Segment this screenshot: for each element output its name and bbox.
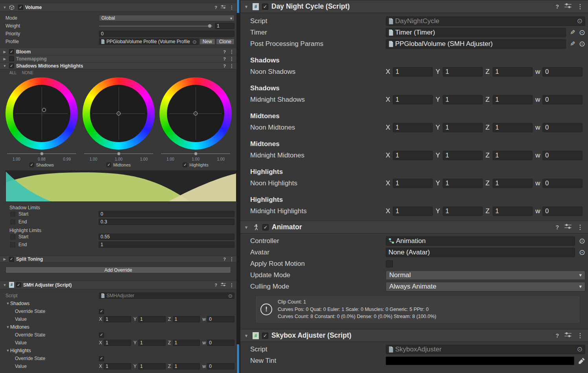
smh-adjuster-enabled-checkbox[interactable]: ✓: [16, 282, 21, 287]
help-icon[interactable]: ?: [223, 64, 226, 68]
vector-z-field[interactable]: 1: [493, 151, 533, 160]
add-override-button[interactable]: Add Override: [5, 267, 231, 273]
shadow-end-override-checkbox[interactable]: [10, 219, 15, 225]
wheel-value-slider[interactable]: [84, 151, 153, 156]
vector-w-field[interactable]: 0: [542, 123, 583, 132]
object-picker-icon[interactable]: ⊙: [577, 18, 583, 24]
override-tonemapping[interactable]: ▶ Tonemapping ? ⋮: [0, 55, 236, 62]
vector-x-field[interactable]: 1: [104, 340, 131, 346]
ppp-object-field[interactable]: PPGlobalVolume (SMH Adjuster): [386, 39, 566, 49]
foldout-closed-icon[interactable]: ▶: [2, 257, 7, 261]
script-object-field[interactable]: SMHAdjuster ⊙: [99, 293, 234, 299]
wheel-value-slider[interactable]: [161, 151, 230, 156]
wheel-inner[interactable]: [13, 85, 70, 142]
vector-y-field[interactable]: 1: [443, 95, 483, 104]
smh-adjuster-header[interactable]: ▼ # ✓ SMH Adjuster (Script) ? ⋮: [0, 280, 236, 289]
vector-y-field[interactable]: 1: [443, 179, 483, 188]
help-icon[interactable]: ?: [555, 333, 559, 339]
highlight-start-field[interactable]: 0.55: [99, 234, 234, 240]
override-state-checkbox[interactable]: ✓: [99, 333, 104, 338]
midtones-hue-wheel[interactable]: [82, 77, 155, 150]
vector-z-field[interactable]: 1: [493, 179, 533, 188]
vector-z-field[interactable]: 1: [173, 340, 200, 346]
avatar-object-field[interactable]: None (Avatar): [386, 248, 575, 257]
animator-enabled-checkbox[interactable]: ✓: [262, 224, 269, 230]
vector-w-field[interactable]: 0: [542, 67, 583, 77]
vector-w-field[interactable]: 0: [542, 95, 583, 104]
eyedropper-icon[interactable]: [578, 357, 585, 364]
skybox-enabled-checkbox[interactable]: ✓: [262, 333, 268, 339]
highlight-end-field[interactable]: 1: [99, 241, 234, 248]
vector-w-field[interactable]: 0: [207, 363, 234, 369]
vector-y-field[interactable]: 1: [443, 207, 483, 216]
wheel-marker[interactable]: [117, 112, 121, 115]
foldout-open-icon[interactable]: ▼: [2, 64, 7, 68]
shadow-start-override-checkbox[interactable]: [10, 212, 15, 217]
foldout-open-icon[interactable]: ▼: [243, 333, 249, 338]
vector-x-field[interactable]: 1: [104, 363, 131, 369]
update-mode-dropdown[interactable]: Normal ▾: [386, 271, 585, 280]
clone-profile-button[interactable]: Clone: [216, 38, 234, 45]
weight-slider[interactable]: [99, 23, 212, 29]
wheel-marker[interactable]: [42, 108, 46, 112]
foldout-closed-icon[interactable]: ▶: [2, 57, 7, 61]
kebab-menu-icon[interactable]: ⋮: [577, 3, 583, 10]
shadows-toggle-checkbox[interactable]: ✓: [29, 163, 34, 167]
wheel-inner[interactable]: [167, 85, 224, 142]
volume-component-header[interactable]: ▼ ✓ Volume ? ⋮: [0, 3, 236, 12]
kebab-menu-icon[interactable]: ⋮: [229, 49, 234, 55]
vector-z-field[interactable]: 1: [173, 363, 200, 369]
kebab-menu-icon[interactable]: ⋮: [229, 63, 234, 69]
presets-icon[interactable]: [221, 282, 226, 288]
script-object-field[interactable]: DayNightCycle ⊙: [386, 16, 585, 26]
controller-object-field[interactable]: Animation: [386, 236, 575, 246]
apply-root-motion-checkbox[interactable]: [386, 260, 393, 267]
wheel-inner[interactable]: [90, 85, 147, 142]
script-object-field[interactable]: SkyboxAdjuster ⊙: [386, 345, 585, 354]
vector-y-field[interactable]: 1: [443, 151, 483, 160]
presets-icon[interactable]: [564, 3, 572, 11]
vector-x-field[interactable]: 1: [393, 179, 433, 188]
help-icon[interactable]: ?: [223, 57, 226, 61]
priority-field[interactable]: 0: [99, 31, 234, 37]
object-picker-icon[interactable]: ⊙: [577, 346, 583, 353]
foldout-open-icon[interactable]: ▼: [2, 283, 7, 287]
edit-pencil-icon[interactable]: ✎: [570, 40, 575, 48]
highlight-start-override-checkbox[interactable]: [10, 234, 15, 240]
foldout-closed-icon[interactable]: ▶: [2, 50, 7, 54]
adjuster-highlights-foldout[interactable]: ▼ Highlights: [0, 347, 236, 355]
vector-w-field[interactable]: 0: [207, 340, 234, 346]
override-smh[interactable]: ▼ ✓ Shadows Midtones Highlights ? ⋮: [0, 62, 236, 69]
midtones-toggle-checkbox[interactable]: ✓: [106, 163, 111, 167]
vector-z-field[interactable]: 1: [493, 207, 533, 216]
kebab-menu-icon[interactable]: ⋮: [229, 256, 234, 262]
skybox-adjuster-header[interactable]: ▼ # ✓ Skybox Adjuster (Script) ? ⋮: [240, 329, 588, 342]
tonemapping-checkbox[interactable]: [9, 56, 14, 61]
all-toggle[interactable]: ALL: [9, 71, 16, 76]
shadow-start-field[interactable]: 0: [99, 211, 234, 217]
adjuster-shadows-foldout[interactable]: ▼ Shadows: [0, 300, 236, 307]
split-toning-checkbox[interactable]: ✓: [9, 257, 14, 262]
smh-checkbox[interactable]: ✓: [9, 63, 14, 68]
day-night-cycle-header[interactable]: ▼ # ✓ Day Night Cycle (Script) ? ⋮: [240, 0, 588, 13]
vector-x-field[interactable]: 1: [393, 207, 433, 216]
presets-icon[interactable]: [564, 223, 572, 231]
override-state-checkbox[interactable]: ✓: [99, 356, 104, 361]
new-profile-button[interactable]: New: [200, 38, 215, 45]
override-bloom[interactable]: ▶ ✓ Bloom ? ⋮: [0, 48, 236, 55]
mode-dropdown[interactable]: Global ▾: [99, 15, 234, 21]
help-icon[interactable]: ?: [214, 5, 217, 10]
profile-object-field[interactable]: PPGlobalVolume Profile (Volume Profile ⊙: [99, 38, 199, 45]
foldout-open-icon[interactable]: ▼: [243, 4, 249, 9]
object-picker-icon[interactable]: ⊙: [579, 237, 585, 245]
highlights-hue-wheel[interactable]: [159, 77, 232, 150]
highlights-toggle-checkbox[interactable]: ✓: [183, 163, 187, 167]
vector-w-field[interactable]: 0: [207, 316, 234, 322]
vector-x-field[interactable]: 1: [393, 95, 433, 104]
kebab-menu-icon[interactable]: ⋮: [229, 282, 234, 288]
object-picker-icon[interactable]: ⊙: [579, 29, 585, 36]
culling-mode-dropdown[interactable]: Always Animate ▾: [386, 282, 585, 291]
none-toggle[interactable]: NONE: [22, 71, 33, 76]
vector-y-field[interactable]: 1: [138, 363, 166, 369]
animator-header[interactable]: ▼ ✓ Animator ? ⋮: [240, 221, 588, 234]
